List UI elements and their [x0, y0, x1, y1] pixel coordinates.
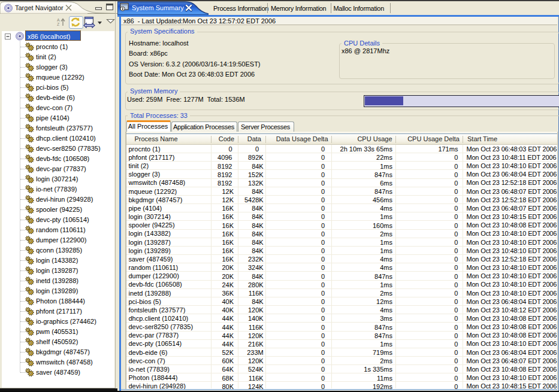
svg-text:A: A [57, 18, 60, 22]
svg-text:Z: Z [57, 22, 60, 26]
